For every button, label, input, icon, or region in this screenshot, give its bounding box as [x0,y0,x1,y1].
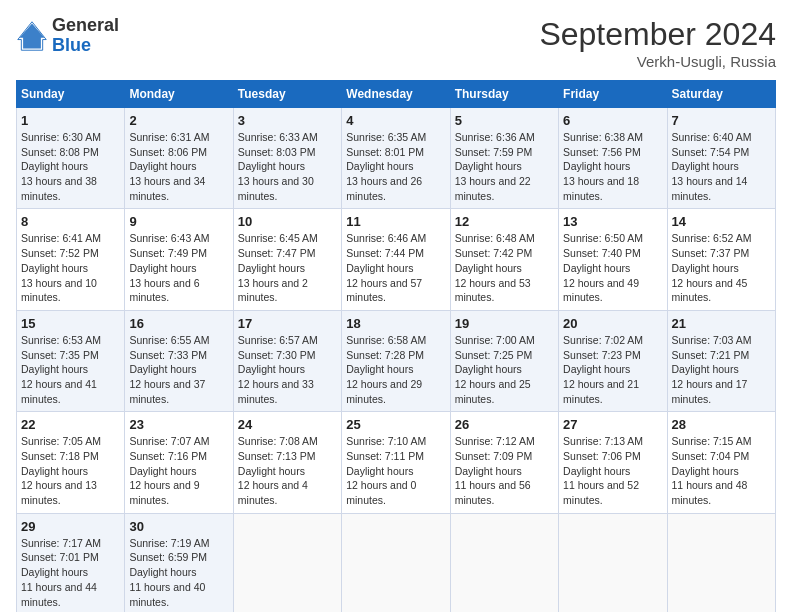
day-number: 28 [672,417,771,432]
day-number: 7 [672,113,771,128]
table-row: 14 Sunrise: 6:52 AMSunset: 7:37 PMDaylig… [667,209,775,310]
day-number: 10 [238,214,337,229]
day-number: 15 [21,316,120,331]
table-row: 13 Sunrise: 6:50 AMSunset: 7:40 PMDaylig… [559,209,667,310]
day-number: 5 [455,113,554,128]
day-number: 19 [455,316,554,331]
calendar-week-row: 1 Sunrise: 6:30 AMSunset: 8:08 PMDayligh… [17,108,776,209]
table-row: 25 Sunrise: 7:10 AMSunset: 7:11 PMDaylig… [342,412,450,513]
cell-content: Sunrise: 7:08 AMSunset: 7:13 PMDaylight … [238,435,318,506]
table-row [342,513,450,612]
day-number: 26 [455,417,554,432]
day-number: 30 [129,519,228,534]
calendar-week-row: 8 Sunrise: 6:41 AMSunset: 7:52 PMDayligh… [17,209,776,310]
day-number: 6 [563,113,662,128]
cell-content: Sunrise: 7:00 AMSunset: 7:25 PMDaylight … [455,334,535,405]
table-row: 8 Sunrise: 6:41 AMSunset: 7:52 PMDayligh… [17,209,125,310]
day-number: 12 [455,214,554,229]
day-number: 24 [238,417,337,432]
table-row: 23 Sunrise: 7:07 AMSunset: 7:16 PMDaylig… [125,412,233,513]
col-monday: Monday [125,81,233,108]
table-row: 10 Sunrise: 6:45 AMSunset: 7:47 PMDaylig… [233,209,341,310]
cell-content: Sunrise: 6:31 AMSunset: 8:06 PMDaylight … [129,131,209,202]
location: Verkh-Usugli, Russia [539,53,776,70]
calendar-week-row: 22 Sunrise: 7:05 AMSunset: 7:18 PMDaylig… [17,412,776,513]
month-year: September 2024 [539,16,776,53]
col-tuesday: Tuesday [233,81,341,108]
cell-content: Sunrise: 7:07 AMSunset: 7:16 PMDaylight … [129,435,209,506]
day-number: 25 [346,417,445,432]
day-number: 14 [672,214,771,229]
cell-content: Sunrise: 7:15 AMSunset: 7:04 PMDaylight … [672,435,752,506]
cell-content: Sunrise: 7:10 AMSunset: 7:11 PMDaylight … [346,435,426,506]
cell-content: Sunrise: 6:50 AMSunset: 7:40 PMDaylight … [563,232,643,303]
cell-content: Sunrise: 6:52 AMSunset: 7:37 PMDaylight … [672,232,752,303]
table-row: 2 Sunrise: 6:31 AMSunset: 8:06 PMDayligh… [125,108,233,209]
day-number: 18 [346,316,445,331]
table-row: 17 Sunrise: 6:57 AMSunset: 7:30 PMDaylig… [233,310,341,411]
table-row: 7 Sunrise: 6:40 AMSunset: 7:54 PMDayligh… [667,108,775,209]
cell-content: Sunrise: 6:38 AMSunset: 7:56 PMDaylight … [563,131,643,202]
calendar-week-row: 29 Sunrise: 7:17 AMSunset: 7:01 PMDaylig… [17,513,776,612]
cell-content: Sunrise: 7:19 AMSunset: 6:59 PMDaylight … [129,537,209,608]
day-number: 1 [21,113,120,128]
table-row: 12 Sunrise: 6:48 AMSunset: 7:42 PMDaylig… [450,209,558,310]
cell-content: Sunrise: 6:30 AMSunset: 8:08 PMDaylight … [21,131,101,202]
table-row: 11 Sunrise: 6:46 AMSunset: 7:44 PMDaylig… [342,209,450,310]
table-row: 26 Sunrise: 7:12 AMSunset: 7:09 PMDaylig… [450,412,558,513]
table-row: 22 Sunrise: 7:05 AMSunset: 7:18 PMDaylig… [17,412,125,513]
svg-marker-0 [20,23,45,48]
day-number: 2 [129,113,228,128]
cell-content: Sunrise: 6:41 AMSunset: 7:52 PMDaylight … [21,232,101,303]
calendar-header-row: Sunday Monday Tuesday Wednesday Thursday… [17,81,776,108]
cell-content: Sunrise: 6:35 AMSunset: 8:01 PMDaylight … [346,131,426,202]
day-number: 16 [129,316,228,331]
cell-content: Sunrise: 7:17 AMSunset: 7:01 PMDaylight … [21,537,101,608]
day-number: 21 [672,316,771,331]
table-row: 16 Sunrise: 6:55 AMSunset: 7:33 PMDaylig… [125,310,233,411]
table-row: 19 Sunrise: 7:00 AMSunset: 7:25 PMDaylig… [450,310,558,411]
table-row: 5 Sunrise: 6:36 AMSunset: 7:59 PMDayligh… [450,108,558,209]
cell-content: Sunrise: 7:13 AMSunset: 7:06 PMDaylight … [563,435,643,506]
day-number: 4 [346,113,445,128]
table-row [559,513,667,612]
table-row: 4 Sunrise: 6:35 AMSunset: 8:01 PMDayligh… [342,108,450,209]
cell-content: Sunrise: 6:33 AMSunset: 8:03 PMDaylight … [238,131,318,202]
title-block: September 2024 Verkh-Usugli, Russia [539,16,776,70]
calendar-week-row: 15 Sunrise: 6:53 AMSunset: 7:35 PMDaylig… [17,310,776,411]
table-row: 24 Sunrise: 7:08 AMSunset: 7:13 PMDaylig… [233,412,341,513]
table-row: 18 Sunrise: 6:58 AMSunset: 7:28 PMDaylig… [342,310,450,411]
table-row [450,513,558,612]
cell-content: Sunrise: 6:46 AMSunset: 7:44 PMDaylight … [346,232,426,303]
col-friday: Friday [559,81,667,108]
table-row: 20 Sunrise: 7:02 AMSunset: 7:23 PMDaylig… [559,310,667,411]
table-row: 6 Sunrise: 6:38 AMSunset: 7:56 PMDayligh… [559,108,667,209]
cell-content: Sunrise: 7:03 AMSunset: 7:21 PMDaylight … [672,334,752,405]
table-row: 28 Sunrise: 7:15 AMSunset: 7:04 PMDaylig… [667,412,775,513]
day-number: 3 [238,113,337,128]
calendar-table: Sunday Monday Tuesday Wednesday Thursday… [16,80,776,612]
table-row: 1 Sunrise: 6:30 AMSunset: 8:08 PMDayligh… [17,108,125,209]
day-number: 20 [563,316,662,331]
table-row: 3 Sunrise: 6:33 AMSunset: 8:03 PMDayligh… [233,108,341,209]
day-number: 11 [346,214,445,229]
day-number: 8 [21,214,120,229]
table-row: 21 Sunrise: 7:03 AMSunset: 7:21 PMDaylig… [667,310,775,411]
cell-content: Sunrise: 6:53 AMSunset: 7:35 PMDaylight … [21,334,101,405]
cell-content: Sunrise: 6:43 AMSunset: 7:49 PMDaylight … [129,232,209,303]
table-row: 15 Sunrise: 6:53 AMSunset: 7:35 PMDaylig… [17,310,125,411]
table-row [233,513,341,612]
col-saturday: Saturday [667,81,775,108]
cell-content: Sunrise: 6:58 AMSunset: 7:28 PMDaylight … [346,334,426,405]
logo: General Blue [16,16,119,56]
table-row [667,513,775,612]
day-number: 13 [563,214,662,229]
cell-content: Sunrise: 6:40 AMSunset: 7:54 PMDaylight … [672,131,752,202]
logo-icon [16,20,48,52]
logo-blue-text: Blue [52,36,119,56]
day-number: 9 [129,214,228,229]
page-header: General Blue September 2024 Verkh-Usugli… [16,16,776,70]
cell-content: Sunrise: 6:36 AMSunset: 7:59 PMDaylight … [455,131,535,202]
cell-content: Sunrise: 6:57 AMSunset: 7:30 PMDaylight … [238,334,318,405]
cell-content: Sunrise: 7:02 AMSunset: 7:23 PMDaylight … [563,334,643,405]
